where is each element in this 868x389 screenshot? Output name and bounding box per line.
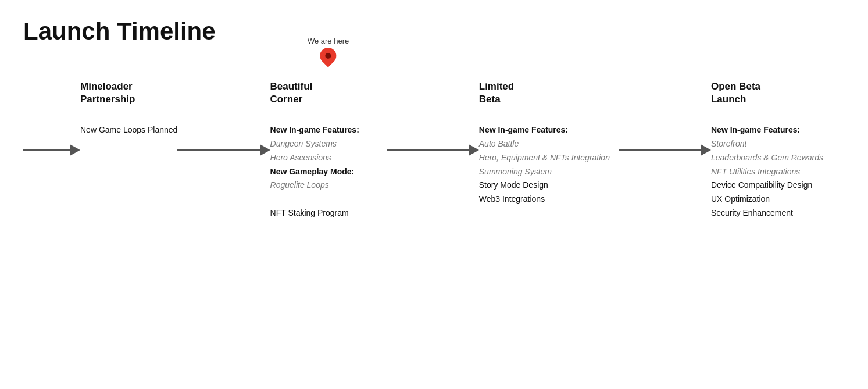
bc-line-4: Roguelite Loops [270,179,359,192]
stage-open-beta: Open Beta Launch New In-game Features: S… [711,80,845,220]
stage-label-open-beta: Open Beta Launch [711,80,792,106]
ob-line-0: New In-game Features: [711,123,823,137]
stage-beautiful-corner: We are here Beautiful Corner New In-game… [270,80,387,220]
ob-line-1: Storefront [711,137,823,151]
bc-line-6: NFT Staking Program [270,206,359,220]
stage-label-beautiful-corner: Beautiful Corner [270,80,369,106]
line-3 [619,149,701,151]
stage-limited-beta: Limited Beta New In-game Features: Auto … [479,80,619,206]
ob-line-6: Security Enhancement [711,206,823,220]
lb-line-3: Summoning System [479,165,610,179]
stage-label-limited-beta: Limited Beta [479,80,560,106]
we-are-here-container: We are here [308,37,349,72]
page-title: Launch Timeline [23,17,845,45]
bc-line-5 [270,192,359,206]
bc-line-2: Hero Ascensions [270,151,359,165]
lb-line-2: Hero, Equipment & NFTs Integration [479,151,610,165]
timeline-wrapper: Mineloader Partnership New Game Loops Pl… [23,80,845,220]
ob-line-3: NFT Utilities Integrations [711,165,823,179]
location-pin [319,48,338,72]
ob-line-5: UX Optimization [711,192,823,206]
lb-line-0: New In-game Features: [479,123,610,137]
content-line-mineloader-0: New Game Loops Planned [80,125,177,134]
stage-top-row-1: Mineloader Partnership [80,80,177,123]
lb-line-5: Web3 Integrations [479,192,610,206]
stage-label-mineloader: Mineloader Partnership [80,80,162,106]
bc-line-1: Dungeon Systems [270,137,359,151]
ob-line-2: Leaderboards & Gem Rewards [711,151,823,165]
stage-content-open-beta: New In-game Features: Storefront Leaderb… [711,123,823,220]
lb-line-1: Auto Battle [479,137,610,151]
line-2 [387,149,469,151]
line-1 [177,149,259,151]
arrow-1 [260,144,270,156]
we-are-here-label: We are here [308,37,349,45]
stage-content-beautiful-corner: New In-game Features: Dungeon Systems He… [270,123,359,220]
ob-line-4: Device Compatibility Design [711,179,823,192]
arrow-2 [469,144,479,156]
bc-line-3: New Gameplay Mode: [270,165,359,179]
stage-mineloader: Mineloader Partnership New Game Loops Pl… [80,80,177,137]
bc-line-0: New In-game Features: [270,123,359,137]
arrow-3 [701,144,711,156]
initial-line [23,149,70,151]
arrow-0 [70,144,80,156]
lb-line-4: Story Mode Design [479,179,610,192]
stage-content-mineloader: New Game Loops Planned [80,123,177,137]
stage-content-limited-beta: New In-game Features: Auto Battle Hero, … [479,123,610,206]
pin-head [317,44,340,67]
